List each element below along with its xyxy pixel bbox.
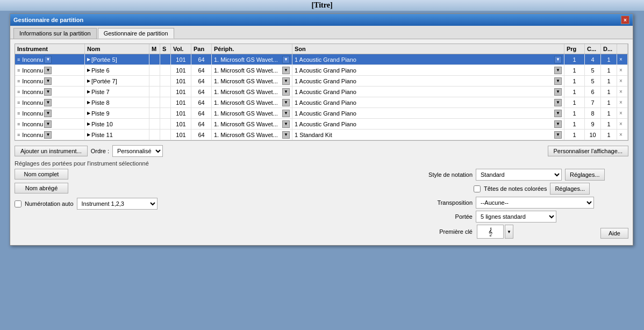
play-icon: ▶ [87, 68, 90, 73]
order-select[interactable]: Personnalisé [112, 145, 163, 157]
td-periph: 1. Microsoft GS Wavet... ▼ [212, 130, 292, 140]
instrument-dropdown[interactable]: ▼ [44, 120, 52, 128]
numauto-select[interactable]: Instrument 1,2,3 [77, 198, 158, 210]
row-close-button[interactable]: × [619, 89, 622, 95]
td-periph: 1. Microsoft GS Wavet... ▼ [212, 119, 292, 129]
td-son: 1 Standard Kit ▼ [292, 130, 564, 140]
td-m [149, 130, 160, 140]
table-row[interactable]: ≡ Inconnu ▼ ▶ [Portée 7] 101 64 1. Micro… [15, 76, 628, 87]
td-prg: 1 [564, 87, 585, 97]
periph-dropdown[interactable]: ▼ [282, 99, 290, 106]
add-instrument-button[interactable]: Ajouter un instrument... [15, 146, 88, 156]
td-d: 1 [601, 65, 617, 75]
periph-name: 1. Microsoft GS Wavet... [214, 99, 278, 106]
td-nom: ▶ Piste 8 [85, 97, 149, 107]
dialog-title-bar: Gestionnaire de partition × [10, 14, 633, 26]
periph-dropdown[interactable]: ▼ [282, 56, 290, 63]
periph-dropdown[interactable]: ▼ [282, 67, 290, 74]
transposition-select[interactable]: --Aucune-- [476, 197, 594, 209]
clef-dropdown-button[interactable]: ▼ [505, 225, 513, 239]
row-close-button[interactable]: × [619, 56, 622, 62]
row-close-button[interactable]: × [619, 132, 622, 138]
instrument-dropdown[interactable]: ▼ [44, 88, 52, 96]
td-vol: 101 [171, 76, 191, 86]
reglages-notation-button[interactable]: Réglages... [565, 169, 605, 181]
td-s [160, 65, 171, 75]
td-close: × [617, 76, 628, 86]
instrument-dropdown[interactable]: ▼ [44, 110, 52, 117]
row-nom: Piste 10 [91, 121, 113, 127]
td-pan: 64 [191, 108, 212, 118]
dialog-close-button[interactable]: × [621, 16, 629, 24]
row-nom: [Portée 7] [91, 78, 117, 84]
periph-dropdown[interactable]: ▼ [282, 131, 290, 139]
periph-dropdown[interactable]: ▼ [282, 110, 290, 117]
row-nom: Piste 6 [91, 67, 110, 74]
instrument-dropdown[interactable]: ▼ [44, 56, 52, 63]
td-d: 1 [601, 87, 617, 97]
td-m [149, 108, 160, 118]
table-row[interactable]: ≡ Inconnu ▼ ▶ Piste 10 101 64 1. Microso… [15, 119, 628, 130]
instrument-name: Inconnu [22, 67, 43, 74]
nom-abrege-button[interactable]: Nom abrégé [15, 183, 68, 193]
row-close-button[interactable]: × [619, 78, 622, 84]
instrument-dropdown[interactable]: ▼ [44, 131, 52, 139]
son-dropdown[interactable]: ▼ [554, 120, 562, 128]
numauto-checkbox[interactable] [15, 200, 22, 207]
td-m [149, 97, 160, 107]
instrument-dropdown[interactable]: ▼ [44, 77, 52, 85]
td-periph: 1. Microsoft GS Wavet... ▼ [212, 108, 292, 118]
table-body: ≡ Inconnu ▼ ▶ [Portée 5] 101 64 1. Micro… [15, 54, 628, 140]
son-name: 1 Standard Kit [295, 132, 332, 138]
instrument-dropdown[interactable]: ▼ [44, 99, 52, 106]
hamburger-icon: ≡ [17, 89, 20, 95]
numauto-row: Numérotation auto Instrument 1,2,3 [15, 198, 413, 210]
td-vol: 101 [171, 65, 191, 75]
periph-dropdown[interactable]: ▼ [282, 120, 290, 128]
td-s [160, 97, 171, 107]
aide-button[interactable]: Aide [600, 228, 628, 239]
td-close: × [617, 87, 628, 97]
tetes-notes-checkbox[interactable] [474, 185, 481, 192]
tab-informations[interactable]: Informations sur la partition [13, 28, 97, 39]
td-c: 9 [585, 119, 601, 129]
son-dropdown[interactable]: ▼ [554, 88, 562, 96]
periph-dropdown[interactable]: ▼ [282, 77, 290, 85]
son-dropdown[interactable]: ▼ [554, 56, 562, 63]
instrument-dropdown[interactable]: ▼ [44, 67, 52, 74]
table-row[interactable]: ≡ Inconnu ▼ ▶ Piste 6 101 64 1. Microsof… [15, 65, 628, 76]
portee-select[interactable]: 5 lignes standard [476, 211, 556, 223]
td-pan: 64 [191, 65, 212, 75]
style-notation-select[interactable]: Standard [476, 169, 562, 181]
td-d: 1 [601, 97, 617, 107]
personnaliser-button[interactable]: Personnaliser l'affichage... [548, 146, 628, 156]
table-row[interactable]: ≡ Inconnu ▼ ▶ Piste 8 101 64 1. Microsof… [15, 97, 628, 108]
son-dropdown[interactable]: ▼ [554, 131, 562, 139]
periph-dropdown[interactable]: ▼ [282, 88, 290, 96]
tab-gestionnaire[interactable]: Gestionnaire de partition [98, 28, 174, 39]
nom-complet-button[interactable]: Nom complet [15, 169, 68, 180]
son-dropdown[interactable]: ▼ [554, 77, 562, 85]
table-row[interactable]: ≡ Inconnu ▼ ▶ Piste 9 101 64 1. Microsof… [15, 108, 628, 119]
numauto-label: Numérotation auto [25, 200, 74, 207]
reglages-tetes-button[interactable]: Réglages... [550, 183, 590, 195]
play-icon: ▶ [87, 121, 90, 126]
row-close-button[interactable]: × [619, 110, 622, 116]
td-nom: ▶ Piste 6 [85, 65, 149, 75]
table-row[interactable]: ≡ Inconnu ▼ ▶ Piste 7 101 64 1. Microsof… [15, 87, 628, 97]
row-close-button[interactable]: × [619, 67, 622, 73]
son-dropdown[interactable]: ▼ [554, 110, 562, 117]
td-s [160, 54, 171, 64]
instrument-table: Instrument Nom M S Vol. Pan Périph. Son … [15, 44, 628, 141]
row-close-button[interactable]: × [619, 99, 622, 105]
td-prg: 1 [564, 130, 585, 140]
tabs-bar: Informations sur la partition Gestionnai… [10, 26, 633, 39]
td-son: 1 Acoustic Grand Piano ▼ [292, 65, 564, 75]
row-close-button[interactable]: × [619, 121, 622, 127]
table-row[interactable]: ≡ Inconnu ▼ ▶ [Portée 5] 101 64 1. Micro… [15, 54, 628, 65]
td-m [149, 65, 160, 75]
table-row[interactable]: ≡ Inconnu ▼ ▶ Piste 11 101 64 1. Microso… [15, 130, 628, 140]
son-dropdown[interactable]: ▼ [554, 99, 562, 106]
td-pan: 64 [191, 54, 212, 64]
son-dropdown[interactable]: ▼ [554, 67, 562, 74]
